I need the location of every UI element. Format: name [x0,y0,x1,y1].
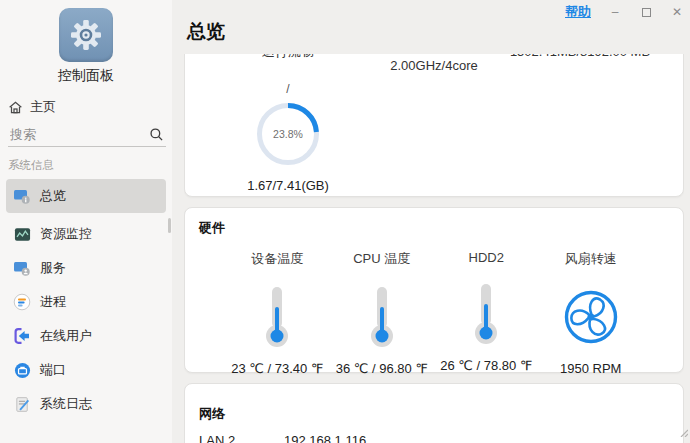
network-interface-name: LAN 2 [199,433,284,443]
thermometer-icon [369,285,395,349]
sensor-fan-speed: 风扇转速 1950 RPM [539,250,644,376]
sidebar-item-label: 进程 [40,293,66,311]
page-title: 总览 [187,19,225,45]
volume-usage-text: 1.67/7.41(GB) [247,178,329,193]
sensor-value: 36 ℃ / 96.80 ℉ [336,361,428,376]
sensor-value: 1950 RPM [560,361,621,376]
thermometer-icon [264,285,290,349]
sensor-label: 风扇转速 [565,250,617,268]
thermometer-icon [473,282,499,346]
titlebar: 帮助 – ✕ [565,4,684,20]
system-logs-icon [13,395,31,413]
cpu-column: 2.00GHz/4core [361,54,507,196]
main-area: 帮助 – ✕ 总览 运行流畅 / 23.8% 1. [172,0,690,443]
search-icon[interactable] [149,127,164,142]
home-label: 主页 [30,98,56,116]
volume-percent-label: 23.8% [253,99,323,169]
minimize-icon[interactable]: – [608,4,622,20]
sidebar-nav: 总览 资源监控 服务 [6,179,166,419]
sensor-cpu-temp: CPU 温度 36 ℃ / 96.80 ℉ [330,250,435,376]
sidebar-scrollbar-thumb[interactable] [168,218,171,233]
sensor-label: CPU 温度 [353,250,410,268]
network-card-title: 网络 [185,384,683,423]
sensor-value: 23 ℃ / 73.40 ℉ [231,361,323,376]
control-panel-app-icon [59,8,113,62]
content-scroll-viewport[interactable]: 运行流畅 / 23.8% 1.67/7.41(GB) 2.00GHz/4core [184,54,684,443]
services-icon [13,259,31,277]
network-ip-address: 192.168.1.116 [284,433,366,443]
ports-icon [13,361,31,379]
sensor-hdd2-temp: HDD2 26 ℃ / 78.80 ℉ [434,250,539,376]
online-users-icon [13,327,31,345]
sidebar-item-services[interactable]: 服务 [6,253,166,283]
sidebar-item-online-users[interactable]: 在线用户 [6,321,166,351]
sidebar-item-label: 端口 [40,361,66,379]
sidebar-item-processes[interactable]: 进程 [6,287,166,317]
search-box[interactable] [8,123,166,147]
sidebar-item-ports[interactable]: 端口 [6,355,166,385]
close-icon[interactable]: ✕ [670,4,684,20]
sidebar-item-home[interactable]: 主页 [0,98,172,116]
sidebar-item-label: 总览 [40,187,66,205]
sidebar: 控制面板 主页 系统信息 总览 [0,0,172,443]
network-row: LAN 2 192.168.1.116 [185,433,683,443]
system-status-card: 运行流畅 / 23.8% 1.67/7.41(GB) 2.00GHz/4core [184,54,684,197]
sidebar-item-label: 资源监控 [40,225,92,243]
sidebar-item-label: 服务 [40,259,66,277]
sensor-value: 26 ℃ / 78.80 ℉ [440,358,532,373]
search-input[interactable] [10,127,149,142]
network-card: 网络 LAN 2 192.168.1.116 [184,383,684,443]
memory-column: 1502.41MB/8192.00 MB [507,54,653,196]
volume-name: / [286,82,289,96]
system-status-column: 运行流畅 / 23.8% 1.67/7.41(GB) [215,54,361,196]
sensor-row: 设备温度 23 ℃ / 73.40 ℉ CPU 温度 [185,250,683,376]
sidebar-item-system-logs[interactable]: 系统日志 [6,389,166,419]
hardware-card-title: 硬件 [185,208,683,237]
window-resize-grip[interactable] [678,423,688,441]
maximize-icon[interactable] [639,4,653,20]
sidebar-item-overview[interactable]: 总览 [6,179,166,213]
processes-icon [13,293,31,311]
fan-icon [563,289,619,345]
gear-icon [68,17,104,53]
resource-monitor-icon [13,225,31,243]
home-icon [8,100,23,115]
system-status-text: 运行流畅 [262,54,314,59]
sidebar-item-label: 在线用户 [40,327,92,345]
sidebar-item-label: 系统日志 [40,395,92,413]
sensor-label: 设备温度 [251,250,303,268]
sensor-device-temp: 设备温度 23 ℃ / 73.40 ℉ [225,250,330,376]
overview-icon [13,187,31,205]
help-link[interactable]: 帮助 [565,3,591,21]
sidebar-item-resource-monitor[interactable]: 资源监控 [6,219,166,249]
sensor-label: HDD2 [469,250,504,265]
app-title: 控制面板 [0,67,172,85]
cpu-value: 2.00GHz/4core [390,59,477,73]
volume-usage-donut: 23.8% [253,99,323,169]
memory-value: 1502.41MB/8192.00 MB [510,54,650,59]
sidebar-section-label: 系统信息 [0,158,172,173]
hardware-card: 硬件 设备温度 23 ℃ / 73.40 ℉ CPU [184,207,684,373]
